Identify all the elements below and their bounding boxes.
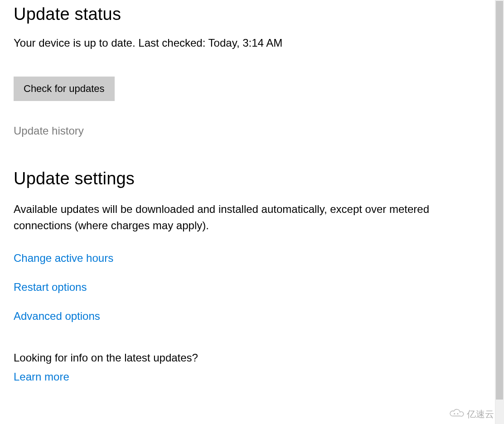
watermark-text: 亿速云 bbox=[467, 408, 494, 420]
update-history-link[interactable]: Update history bbox=[14, 125, 84, 137]
svg-point-1 bbox=[457, 413, 458, 414]
settings-content: Update status Your device is up to date.… bbox=[0, 0, 494, 424]
learn-more-link[interactable]: Learn more bbox=[14, 371, 69, 383]
check-for-updates-button[interactable]: Check for updates bbox=[14, 77, 115, 101]
update-status-heading: Update status bbox=[14, 5, 480, 24]
change-active-hours-link[interactable]: Change active hours bbox=[14, 252, 113, 265]
vertical-scrollbar[interactable] bbox=[495, 0, 504, 424]
cloud-icon bbox=[449, 408, 464, 420]
svg-point-0 bbox=[454, 413, 455, 414]
update-settings-description: Available updates will be downloaded and… bbox=[14, 201, 467, 234]
watermark: 亿速云 bbox=[449, 408, 494, 420]
update-settings-heading: Update settings bbox=[14, 169, 480, 188]
restart-options-link[interactable]: Restart options bbox=[14, 281, 87, 294]
latest-updates-info-text: Looking for info on the latest updates? bbox=[14, 352, 480, 364]
advanced-options-link[interactable]: Advanced options bbox=[14, 310, 100, 323]
update-status-message: Your device is up to date. Last checked:… bbox=[14, 37, 480, 49]
scrollbar-thumb[interactable] bbox=[496, 1, 503, 400]
